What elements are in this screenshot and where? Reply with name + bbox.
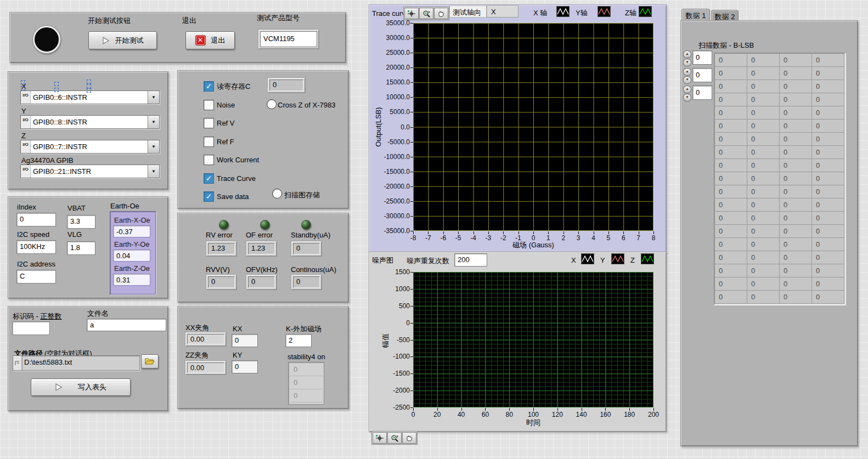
dropdown-arrow-icon[interactable]: ▼ [148, 116, 159, 128]
legend-x-waveform-icon[interactable] [581, 253, 594, 264]
checkbox-ref-v[interactable] [204, 118, 214, 128]
table-cell-r12c2[interactable]: 0 [780, 212, 812, 225]
table-cell-r10c2[interactable]: 0 [780, 185, 812, 199]
graph-tool-pan-button[interactable] [434, 8, 448, 19]
start-test-button[interactable]: 开始测试 [88, 31, 157, 49]
table-cell-r6c0[interactable]: 0 [715, 133, 747, 146]
table-cell-r8c3[interactable]: 0 [812, 159, 844, 172]
table-cell-r7c3[interactable]: 0 [812, 146, 844, 159]
table-cell-r1c3[interactable]: 0 [812, 67, 844, 80]
spinner-up-icon[interactable]: ▲ [683, 86, 691, 93]
spinner-arrows[interactable]: ▲▼ [683, 86, 691, 101]
graph-tool-zoom-button[interactable] [419, 8, 433, 19]
table-cell-r5c3[interactable]: 0 [812, 120, 844, 133]
table-cell-r15c0[interactable]: 0 [715, 251, 747, 264]
tab-data-1[interactable]: 数据 1 [681, 9, 710, 20]
file-path-input[interactable]: D:\test\5883.txt [22, 356, 139, 370]
table-cell-r4c0[interactable]: 0 [715, 106, 747, 120]
table-cell-r0c2[interactable]: 0 [780, 54, 812, 67]
table-cell-r9c0[interactable]: 0 [715, 172, 747, 185]
table-cell-r4c3[interactable]: 0 [812, 106, 844, 120]
checkbox-c[interactable]: ✓ [204, 81, 214, 92]
checkbox-trace-curve[interactable]: ✓ [204, 173, 214, 184]
spinner-arrows[interactable]: ▲▼ [683, 50, 691, 66]
table-cell-r16c2[interactable]: 0 [780, 264, 812, 277]
write-header-button[interactable]: 写入表头 [31, 378, 131, 396]
table-cell-r16c0[interactable]: 0 [715, 264, 747, 277]
legend-x-waveform-icon[interactable] [556, 6, 570, 17]
table-cell-r2c3[interactable]: 0 [812, 80, 844, 93]
table-cell-r0c0[interactable]: 0 [715, 54, 747, 67]
table-cell-r13c3[interactable]: 0 [812, 225, 844, 238]
spinner-down-icon[interactable]: ▼ [683, 76, 691, 84]
spinner-value[interactable]: 0 [692, 68, 712, 82]
spinner-value[interactable]: 0 [692, 86, 712, 100]
table-cell-r5c2[interactable]: 0 [780, 120, 812, 133]
table-cell-r18c1[interactable]: 0 [747, 291, 780, 304]
table-cell-r14c1[interactable]: 0 [747, 238, 780, 251]
earth-input-earth-y-oe[interactable]: 0.04 [113, 250, 150, 262]
table-cell-r8c2[interactable]: 0 [780, 159, 812, 172]
graph-tool-cursor-button[interactable] [404, 8, 419, 19]
noise-repeat-input[interactable]: 200 [454, 253, 487, 267]
earth-input-earth-x-oe[interactable]: -0.37 [113, 225, 150, 237]
table-cell-r10c3[interactable]: 0 [812, 185, 844, 199]
iindex-input[interactable]: 0 [16, 213, 56, 226]
table-cell-r18c0[interactable]: 0 [715, 291, 747, 304]
table-cell-r10c0[interactable]: 0 [715, 185, 747, 199]
table-cell-r13c1[interactable]: 0 [747, 225, 780, 238]
scan-data-table[interactable]: 0000000000000000000000000000000000000000… [714, 53, 846, 305]
gpib-combo-y[interactable]: I/OGPIB0::8::INSTR▼ [20, 115, 160, 129]
radio-cross-z[interactable] [267, 99, 277, 109]
table-cell-r11c0[interactable]: 0 [715, 199, 747, 212]
table-cell-r2c0[interactable]: 0 [715, 80, 747, 93]
table-cell-r9c1[interactable]: 0 [747, 172, 780, 185]
legend-z-waveform-icon[interactable] [639, 6, 652, 17]
radio-scan-store[interactable] [272, 189, 282, 199]
table-cell-r0c3[interactable]: 0 [812, 54, 844, 67]
table-cell-r15c3[interactable]: 0 [812, 251, 844, 264]
exit-button[interactable]: ✕ 退出 [185, 31, 235, 49]
table-cell-r14c2[interactable]: 0 [780, 238, 812, 251]
legend-y-waveform-icon[interactable] [611, 253, 624, 264]
browse-folder-button[interactable] [141, 354, 159, 369]
spinner-value[interactable]: 0 [692, 50, 712, 65]
axis-selector-value[interactable]: X [487, 5, 518, 18]
table-cell-r6c1[interactable]: 0 [747, 133, 780, 146]
table-cell-r15c1[interactable]: 0 [747, 251, 780, 264]
table-cell-r2c2[interactable]: 0 [780, 80, 812, 93]
table-cell-r12c0[interactable]: 0 [715, 212, 747, 225]
table-cell-r1c0[interactable]: 0 [715, 67, 747, 80]
dropdown-arrow-icon[interactable]: ▼ [148, 91, 159, 104]
vbat-input[interactable]: 3.3 [67, 215, 95, 229]
ky-input[interactable]: 0 [232, 360, 258, 373]
table-cell-r6c2[interactable]: 0 [780, 133, 812, 146]
checkbox-noise[interactable] [204, 100, 214, 110]
table-cell-r6c3[interactable]: 0 [812, 133, 844, 146]
kx-input[interactable]: 0 [232, 334, 258, 347]
spinner-up-icon[interactable]: ▲ [683, 68, 691, 76]
graph-tool-pan-button[interactable] [402, 432, 416, 444]
table-cell-r7c1[interactable]: 0 [747, 146, 780, 159]
dropdown-arrow-icon[interactable]: ▼ [148, 140, 159, 153]
table-cell-r3c1[interactable]: 0 [747, 93, 780, 106]
table-cell-r13c2[interactable]: 0 [780, 225, 812, 238]
graph-tool-zoom-button[interactable] [387, 432, 402, 444]
table-cell-r15c2[interactable]: 0 [780, 251, 812, 264]
spinner-arrows[interactable]: ▲▼ [683, 68, 691, 84]
tab-data-2[interactable]: 数据 2 [711, 10, 739, 20]
table-cell-r2c1[interactable]: 0 [747, 80, 780, 93]
table-cell-r3c0[interactable]: 0 [715, 93, 747, 106]
table-cell-r14c0[interactable]: 0 [715, 238, 747, 251]
table-cell-r18c3[interactable]: 0 [812, 291, 844, 304]
gpib-combo-z[interactable]: I/OGPIB0::7::INSTR▼ [20, 140, 160, 154]
table-cell-r7c0[interactable]: 0 [715, 146, 747, 159]
table-cell-r0c1[interactable]: 0 [747, 54, 780, 67]
table-cell-r18c2[interactable]: 0 [780, 291, 812, 304]
checkbox-save-data[interactable]: ✓ [204, 191, 214, 202]
table-cell-r11c2[interactable]: 0 [780, 199, 812, 212]
table-cell-r5c0[interactable]: 0 [715, 120, 747, 133]
table-cell-r11c3[interactable]: 0 [812, 199, 844, 212]
product-model-input[interactable]: VCM1195 [260, 31, 317, 47]
table-cell-r17c2[interactable]: 0 [780, 277, 812, 291]
